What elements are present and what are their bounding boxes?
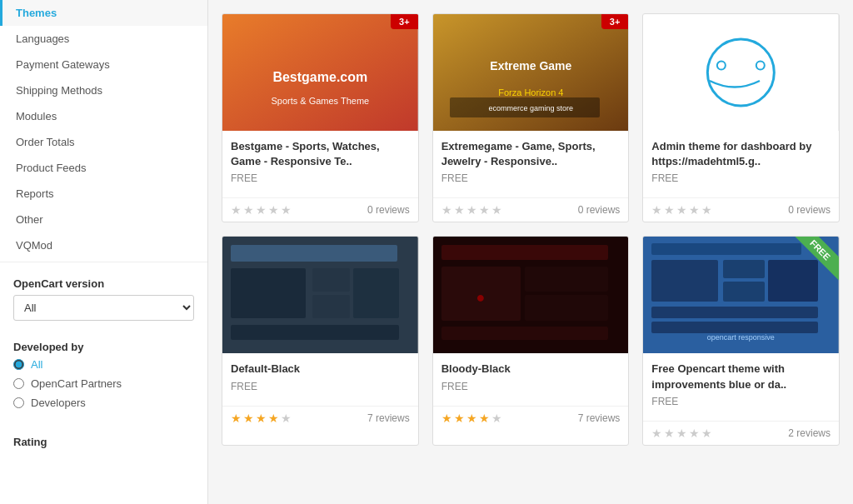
sidebar-item-shipping-methods[interactable]: Shipping Methods — [0, 77, 207, 103]
svg-rect-28 — [651, 260, 718, 302]
svg-rect-18 — [231, 325, 399, 340]
sidebar-item-order-totals[interactable]: Order Totals — [0, 129, 207, 155]
sidebar-item-themes[interactable]: Themes — [0, 0, 207, 26]
star-empty-icon: ★ — [281, 412, 292, 425]
sidebar-item-reports[interactable]: Reports — [0, 181, 207, 207]
theme-title: Admin theme for dashboard by https://mad… — [651, 139, 831, 169]
theme-price: FREE — [651, 172, 831, 184]
sidebar-divider — [0, 262, 207, 262]
star-empty-icon: ★ — [466, 203, 477, 217]
star-empty-icon: ★ — [491, 412, 502, 425]
opencart-version-label: OpenCart version — [0, 266, 207, 295]
theme-image: opencart responsive FREE — [643, 237, 839, 353]
star-filled-icon: ★ — [268, 412, 279, 425]
sidebar-item-vqmod[interactable]: VQMod — [0, 232, 207, 258]
radio-developers[interactable]: Developers — [13, 397, 194, 409]
radio-all-input[interactable] — [13, 359, 24, 370]
theme-card-footer: ★★★★★ 7 reviews — [433, 406, 629, 430]
opencart-version-filter: All 3.x 2.x — [0, 295, 207, 329]
developed-by-label: Developed by — [0, 329, 207, 358]
star-empty-icon: ★ — [664, 427, 675, 440]
star-rating: ★★★★★ — [651, 427, 712, 440]
star-rating: ★★★★★ — [231, 412, 292, 425]
star-empty-icon: ★ — [231, 203, 242, 217]
svg-rect-27 — [651, 243, 801, 255]
sidebar: Themes Languages Payment Gateways Shippi… — [0, 0, 208, 504]
star-empty-icon: ★ — [281, 203, 292, 217]
theme-card-body: Admin theme for dashboard by https://mad… — [643, 131, 839, 197]
svg-text:Forza Horizon 4: Forza Horizon 4 — [498, 87, 563, 97]
radio-partners-input[interactable] — [13, 378, 24, 389]
radio-all[interactable]: All — [13, 358, 194, 371]
svg-rect-14 — [231, 268, 306, 318]
theme-card[interactable]: Extreme Game Forza Horizon 4 ecommerce g… — [432, 13, 630, 222]
radio-partners[interactable]: OpenCart Partners — [13, 377, 194, 390]
star-rating: ★★★★★ — [441, 412, 502, 425]
svg-text:Sports & Games Theme: Sports & Games Theme — [271, 96, 369, 106]
theme-image — [643, 14, 839, 131]
svg-rect-17 — [353, 268, 399, 318]
theme-title: Extremegame - Game, Sports, Jewelry - Re… — [441, 139, 621, 169]
sidebar-item-product-feeds[interactable]: Product Feeds — [0, 155, 207, 181]
theme-card[interactable]: Admin theme for dashboard by https://mad… — [642, 13, 840, 222]
star-empty-icon: ★ — [689, 427, 700, 440]
star-empty-icon: ★ — [676, 203, 687, 217]
reviews-count: 2 reviews — [788, 427, 831, 439]
theme-card[interactable]: ● Bloody-Black FREE ★★★★★ 7 reviews — [432, 236, 630, 445]
star-rating: ★★★★★ — [441, 203, 502, 217]
svg-text:●: ● — [476, 289, 485, 306]
star-filled-icon: ★ — [441, 412, 452, 425]
theme-card-footer: ★★★★★ 0 reviews — [643, 197, 839, 222]
svg-rect-24 — [525, 295, 608, 321]
star-empty-icon: ★ — [676, 427, 687, 440]
theme-price: FREE — [231, 381, 410, 392]
svg-rect-20 — [441, 245, 608, 260]
svg-rect-32 — [651, 307, 818, 318]
svg-rect-15 — [312, 268, 350, 292]
theme-grid: Bestgame.com Sports & Games Theme 3+ Bes… — [222, 13, 840, 446]
theme-card[interactable]: Default-Black FREE ★★★★★ 7 reviews — [222, 236, 419, 445]
radio-developers-input[interactable] — [13, 397, 24, 408]
star-filled-icon: ★ — [454, 412, 465, 425]
star-filled-icon: ★ — [243, 412, 254, 425]
theme-card-footer: ★★★★★ 0 reviews — [222, 197, 418, 222]
theme-price: FREE — [441, 381, 621, 392]
star-empty-icon: ★ — [689, 203, 700, 217]
reviews-count: 0 reviews — [578, 204, 621, 216]
version-select[interactable]: All 3.x 2.x — [13, 295, 194, 321]
rating-label: Rating — [0, 424, 207, 453]
theme-title: Bestgame - Sports, Watches, Game - Respo… — [231, 139, 410, 169]
theme-card-footer: ★★★★★ 0 reviews — [433, 197, 629, 222]
svg-rect-8 — [643, 14, 839, 131]
sidebar-item-modules[interactable]: Modules — [0, 103, 207, 129]
theme-card[interactable]: opencart responsive FREE Free Opencart t… — [642, 236, 840, 445]
theme-title: Free Opencart theme with improvements bl… — [651, 362, 831, 392]
star-empty-icon: ★ — [454, 203, 465, 217]
star-empty-icon: ★ — [268, 203, 279, 217]
theme-price: FREE — [231, 172, 410, 184]
sidebar-item-payment-gateways[interactable]: Payment Gateways — [0, 52, 207, 77]
star-filled-icon: ★ — [479, 412, 490, 425]
badge-3x: 3+ — [391, 14, 418, 29]
sidebar-item-other[interactable]: Other — [0, 207, 207, 232]
star-filled-icon: ★ — [256, 412, 267, 425]
reviews-count: 7 reviews — [367, 412, 410, 424]
sidebar-item-languages[interactable]: Languages — [0, 26, 207, 52]
svg-text:Bestgame.com: Bestgame.com — [272, 70, 367, 84]
star-empty-icon: ★ — [491, 203, 502, 217]
svg-rect-23 — [525, 267, 608, 292]
svg-rect-31 — [768, 260, 818, 302]
theme-image — [222, 237, 418, 353]
star-empty-icon: ★ — [256, 203, 267, 217]
star-empty-icon: ★ — [701, 203, 712, 217]
main-content: Bestgame.com Sports & Games Theme 3+ Bes… — [208, 0, 853, 504]
theme-price: FREE — [441, 172, 621, 184]
star-empty-icon: ★ — [441, 203, 452, 217]
reviews-count: 0 reviews — [788, 204, 831, 216]
badge-3x: 3+ — [601, 14, 629, 29]
theme-card[interactable]: Bestgame.com Sports & Games Theme 3+ Bes… — [222, 13, 419, 222]
star-empty-icon: ★ — [664, 203, 675, 217]
developed-by-group: All OpenCart Partners Developers — [0, 358, 207, 424]
theme-image: Bestgame.com Sports & Games Theme 3+ — [222, 14, 418, 131]
reviews-count: 7 reviews — [578, 412, 621, 424]
